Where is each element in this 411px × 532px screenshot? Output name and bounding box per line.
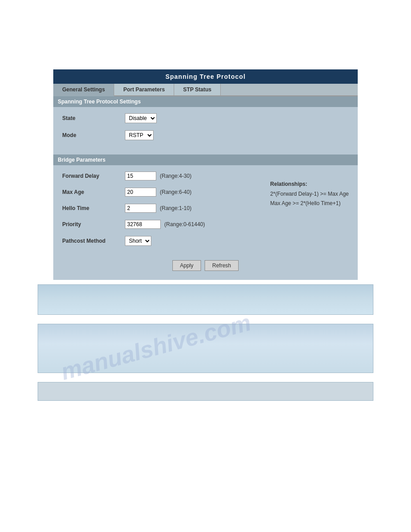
state-select[interactable]: Disable Enable [125, 113, 157, 123]
pathcost-select[interactable]: Short Long [125, 236, 151, 246]
mode-row: Mode RSTP STP MSTP [62, 129, 349, 142]
stp-settings-header: Spanning Tree Protocol Settings [53, 96, 358, 107]
hello-time-input[interactable] [125, 204, 156, 213]
bridge-params-form: Forward Delay (Range:4-30) Max Age [53, 165, 358, 280]
mode-control: RSTP STP MSTP [125, 130, 154, 140]
max-age-input[interactable] [125, 188, 156, 197]
hello-time-range: (Range:1-10) [160, 205, 192, 211]
main-panel: Spanning Tree Protocol General Settings … [53, 69, 358, 280]
max-age-range: (Range:6-40) [160, 189, 192, 195]
mode-select[interactable]: RSTP STP MSTP [125, 130, 154, 140]
button-row: Apply Refresh [62, 260, 349, 271]
bottom-section-2 [38, 324, 373, 373]
page-wrapper: Spanning Tree Protocol General Settings … [0, 69, 411, 532]
bottom-section-1 [38, 284, 373, 315]
stp-settings-form: State Disable Enable Mode RSTP STP [53, 107, 358, 154]
forward-delay-label: Forward Delay [62, 173, 125, 179]
pathcost-row: Pathcost Method Short Long [62, 234, 266, 248]
apply-button[interactable]: Apply [172, 260, 201, 271]
forward-delay-control: (Range:4-30) [125, 172, 192, 180]
bottom-section-3 [38, 382, 373, 401]
max-age-label: Max Age [62, 189, 125, 195]
pathcost-control: Short Long [125, 236, 151, 246]
tab-stp-status[interactable]: STP Status [174, 84, 221, 95]
refresh-button[interactable]: Refresh [205, 260, 239, 271]
max-age-row: Max Age (Range:6-40) [62, 186, 266, 198]
priority-range: (Range:0-61440) [164, 221, 205, 227]
state-label: State [62, 115, 125, 121]
priority-row: Priority (Range:0-61440) [62, 218, 266, 231]
relationships-title: Relationships: [270, 180, 349, 189]
content-panel: Spanning Tree Protocol Settings State Di… [53, 96, 358, 280]
tab-general-settings[interactable]: General Settings [53, 84, 114, 96]
page-title: Spanning Tree Protocol [53, 69, 358, 84]
tab-port-parameters[interactable]: Port Parameters [114, 84, 174, 95]
forward-delay-row: Forward Delay (Range:4-30) [62, 170, 266, 182]
forward-delay-input[interactable] [125, 172, 156, 180]
pathcost-label: Pathcost Method [62, 238, 125, 244]
state-control: Disable Enable [125, 113, 157, 123]
tab-bar: General Settings Port Parameters STP Sta… [53, 84, 358, 96]
hello-time-label: Hello Time [62, 205, 125, 211]
forward-delay-range: (Range:4-30) [160, 173, 192, 179]
bridge-fields: Forward Delay (Range:4-30) Max Age [62, 170, 266, 251]
priority-label: Priority [62, 221, 125, 227]
bridge-content: Forward Delay (Range:4-30) Max Age [62, 170, 349, 251]
state-row: State Disable Enable [62, 112, 349, 125]
priority-control: (Range:0-61440) [125, 220, 205, 229]
relationships-line2: Max Age >= 2*(Hello Time+1) [270, 199, 349, 208]
relationships-box: Relationships: 2*(Forward Delay-1) >= Ma… [270, 170, 349, 251]
hello-time-row: Hello Time (Range:1-10) [62, 202, 266, 215]
priority-input[interactable] [125, 220, 161, 229]
bridge-params-header: Bridge Parameters [53, 154, 358, 165]
mode-label: Mode [62, 132, 125, 138]
max-age-control: (Range:6-40) [125, 188, 192, 197]
hello-time-control: (Range:1-10) [125, 204, 192, 213]
relationships-line1: 2*(Forward Delay-1) >= Max Age [270, 189, 349, 198]
